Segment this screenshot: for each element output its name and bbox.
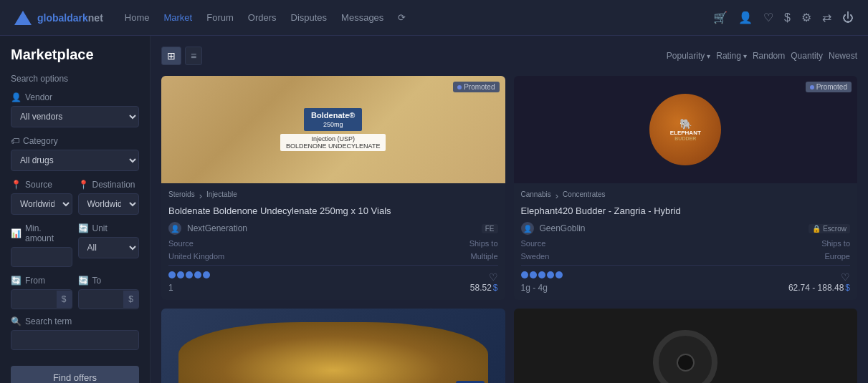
find-offers-button[interactable]: Find offers bbox=[11, 366, 139, 383]
price-info: 58.52$ bbox=[470, 283, 498, 293]
product-image-shape bbox=[653, 330, 717, 383]
promoted-dot bbox=[457, 85, 462, 89]
nav-icons: 🛒 👤 ♡ $ ⚙ ⇄ ⏻ bbox=[713, 11, 854, 24]
to-input-wrap: 750 $ bbox=[78, 289, 140, 309]
search-icon: 🔍 bbox=[11, 316, 22, 326]
category-select[interactable]: All drugs bbox=[11, 150, 139, 171]
topbar: globaldarknet Home Market Forum Orders D… bbox=[0, 0, 868, 36]
star bbox=[203, 271, 210, 278]
table-row[interactable]: EU ♡ bbox=[161, 309, 505, 383]
list-view-button[interactable]: ≡ bbox=[185, 47, 202, 65]
to-filter: 🔄 To 750 $ bbox=[78, 276, 140, 309]
product-info: Cannabis › Concentrates Elephant420 Budd… bbox=[514, 183, 858, 300]
wishlist-button[interactable]: ♡ bbox=[841, 271, 850, 283]
nav-home[interactable]: Home bbox=[125, 12, 150, 23]
nav-market[interactable]: Market bbox=[163, 12, 192, 23]
table-row[interactable]: joe ♡ bbox=[514, 309, 858, 383]
settings-icon[interactable]: ⚙ bbox=[801, 11, 811, 24]
source-value: Sweden bbox=[521, 252, 550, 261]
from-to-row: 🔄 From 250 $ 🔄 To 750 $ bbox=[11, 276, 139, 309]
star-rating bbox=[168, 271, 210, 278]
source-label: 📍 Source bbox=[11, 180, 72, 190]
shipping-row: Source Ships to bbox=[168, 239, 498, 248]
chevron-down-icon: ▾ bbox=[743, 52, 747, 60]
star bbox=[168, 271, 176, 278]
sort-random[interactable]: Random bbox=[753, 51, 785, 61]
nav-disputes[interactable]: Disputes bbox=[291, 12, 328, 23]
product-image: 🐘 ELEPHANT BUDDER Promoted bbox=[514, 76, 858, 183]
vendor-avatar: 👤 bbox=[168, 222, 181, 235]
nav-forum[interactable]: Forum bbox=[206, 12, 234, 23]
user-icon[interactable]: 👤 bbox=[738, 11, 753, 24]
product-name: Boldenate Boldenone Undecylenate 250mg x… bbox=[168, 205, 498, 216]
cart-icon[interactable]: 🛒 bbox=[713, 11, 728, 24]
from-label: 🔄 From bbox=[11, 276, 72, 286]
unit-select[interactable]: All bbox=[78, 237, 140, 258]
product-image: joe bbox=[514, 309, 858, 383]
table-row[interactable]: 🐘 ELEPHANT BUDDER Promoted Cannabis › bbox=[514, 76, 858, 300]
category-filter: 🏷 Category All drugs bbox=[11, 136, 139, 171]
to-dollar-sign: $ bbox=[123, 291, 138, 308]
from-input[interactable]: 250 bbox=[11, 290, 57, 309]
ships-to-value: Europe bbox=[825, 252, 850, 261]
to-input[interactable]: 750 bbox=[79, 290, 124, 309]
shipping-row: Source Ships to bbox=[521, 239, 851, 248]
min-amount-input[interactable]: 10 bbox=[11, 247, 72, 267]
star-rating bbox=[521, 271, 563, 278]
promoted-label: Promoted bbox=[464, 83, 495, 91]
star bbox=[177, 271, 184, 278]
unit-icon: 🔄 bbox=[78, 223, 89, 233]
star bbox=[555, 271, 563, 278]
star bbox=[530, 271, 537, 278]
product-meta: 👤 GeenGoblin 🔒 Escrow bbox=[521, 222, 851, 235]
product-tags: Steroids › Injectable bbox=[168, 190, 498, 201]
source-select[interactable]: Worldwide bbox=[11, 193, 72, 215]
power-icon[interactable]: ⏻ bbox=[842, 11, 854, 24]
product-footer: ♡ bbox=[521, 265, 851, 283]
category-icon: 🏷 bbox=[11, 136, 19, 146]
search-term-input[interactable]: LSD bbox=[11, 330, 139, 350]
star bbox=[186, 271, 193, 278]
from-filter: 🔄 From 250 $ bbox=[11, 276, 72, 309]
destination-select[interactable]: Worldwide bbox=[78, 193, 140, 215]
nav-orders[interactable]: Orders bbox=[248, 12, 277, 23]
nav-refresh-icon[interactable]: ⟳ bbox=[398, 12, 406, 23]
source-destination-row: 📍 Source Worldwide 📍 Destination Worldwi… bbox=[11, 180, 139, 223]
product-tag: Cannabis bbox=[521, 190, 551, 201]
product-tag: Steroids bbox=[168, 190, 195, 201]
dollar-icon[interactable]: $ bbox=[784, 11, 791, 24]
price-info: 62.74 - 188.48$ bbox=[788, 283, 850, 293]
star bbox=[547, 271, 554, 278]
from-icon: 🔄 bbox=[11, 276, 22, 286]
heart-icon[interactable]: ♡ bbox=[763, 11, 773, 24]
table-row[interactable]: Boldenate®250mg Injection (USP)BOLDENONE… bbox=[161, 76, 505, 300]
from-dollar-sign: $ bbox=[57, 291, 72, 308]
escrow-icon: 🔒 bbox=[812, 225, 821, 233]
payment-badge: FE bbox=[482, 224, 498, 233]
view-toggle: ⊞ ≡ bbox=[161, 47, 202, 65]
sort-rating[interactable]: Rating ▾ bbox=[716, 51, 747, 61]
sort-quantity[interactable]: Quantity bbox=[791, 51, 823, 61]
source-label-sm: Source bbox=[168, 239, 194, 248]
brand-text: globaldarknet bbox=[37, 12, 103, 24]
nav-messages[interactable]: Messages bbox=[341, 12, 383, 23]
shipping-values-row: Sweden Europe bbox=[521, 252, 851, 261]
from-input-wrap: 250 $ bbox=[11, 289, 72, 309]
grid-view-button[interactable]: ⊞ bbox=[161, 47, 181, 65]
price-dollar-sign: $ bbox=[493, 283, 498, 293]
price-row: 1g - 4g 62.74 - 188.48$ bbox=[521, 283, 851, 293]
product-grid: Boldenate®250mg Injection (USP)BOLDENONE… bbox=[161, 76, 857, 383]
brand-dark: globaldark bbox=[37, 12, 88, 24]
product-meta: 👤 NextGeneration FE bbox=[168, 222, 498, 235]
vendor-select[interactable]: All vendors bbox=[11, 106, 139, 127]
star bbox=[194, 271, 201, 278]
promoted-dot bbox=[810, 85, 814, 89]
search-term-filter: 🔍 Search term LSD bbox=[11, 316, 139, 350]
sort-newest[interactable]: Newest bbox=[829, 51, 857, 61]
arrows-icon[interactable]: ⇄ bbox=[822, 11, 831, 24]
product-footer: ♡ bbox=[168, 265, 498, 283]
logo-icon bbox=[14, 11, 32, 25]
search-options-label: Search options bbox=[11, 74, 139, 84]
wishlist-button[interactable]: ♡ bbox=[489, 271, 498, 283]
sort-popularity[interactable]: Popularity ▾ bbox=[667, 51, 710, 61]
